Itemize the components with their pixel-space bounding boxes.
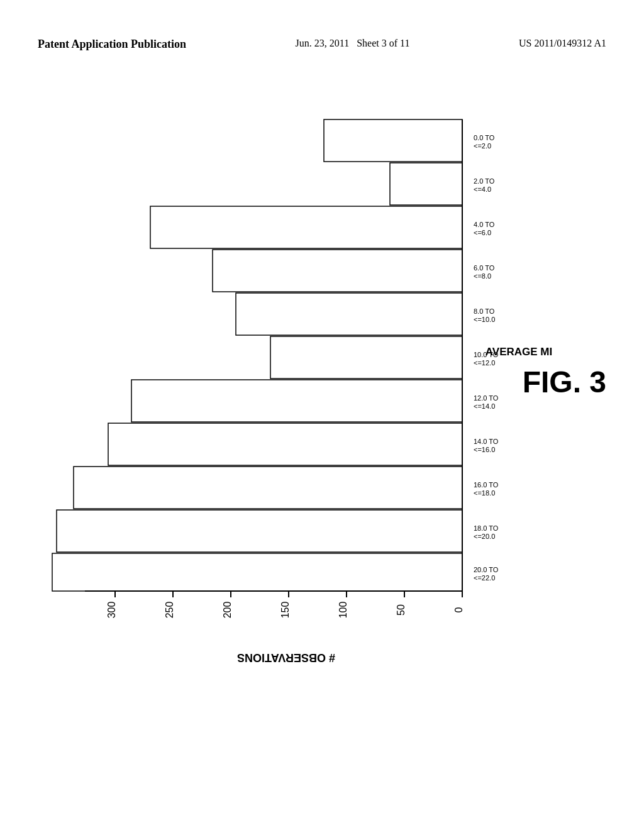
publication-title: Patent Application Publication [38,38,186,51]
y-label-6b: <=14.0 [474,402,495,410]
bar-6 [131,380,462,422]
y-label-4: 8.0 TO [474,307,495,315]
page-header: Patent Application Publication Jun. 23, … [0,38,644,51]
bar-1 [390,163,462,205]
svg-text:150: 150 [280,602,291,619]
y-label-9: 18.0 TO [474,524,499,532]
y-label-6: 12.0 TO [474,394,499,402]
bar-7 [108,423,462,465]
y-label-10: 20.0 TO [474,566,499,573]
y-label-1: 2.0 TO [474,177,495,185]
pub-date: Jun. 23, 2011 [296,38,350,48]
svg-text:50: 50 [396,604,406,616]
bar-2 [150,206,462,248]
bar-5 [270,336,462,379]
publication-number: US 2011/0149312 A1 [519,38,606,49]
svg-text:250: 250 [164,602,175,619]
y-label-10b: <=22.0 [474,574,495,582]
y-label-2b: <=6.0 [474,229,491,236]
bar-9 [57,510,462,552]
svg-text:0: 0 [453,607,464,612]
y-label-2: 4.0 TO [474,221,495,228]
bar-0 [324,119,462,162]
bar-3 [213,250,462,292]
y-label-5: 10.0 TO [474,351,499,358]
bar-10 [52,553,462,591]
histogram-chart: 0 50 100 150 200 250 300 # OBSERVATIONS … [35,107,582,704]
y-label-3b: <=8.0 [474,272,491,280]
y-label-9b: <=20.0 [474,533,495,540]
y-label-8b: <=18.0 [474,489,495,497]
y-label-0b: <=2.0 [474,142,491,150]
pub-sheet: Sheet 3 of 11 [357,38,409,48]
svg-text:300: 300 [106,602,117,619]
svg-text:200: 200 [222,602,233,619]
y-label-0: 0.0 TO [474,134,495,141]
publication-date-sheet: Jun. 23, 2011 Sheet 3 of 11 [296,38,410,49]
y-label-3: 6.0 TO [474,264,495,272]
bar-8 [74,467,462,509]
y-label-4b: <=10.0 [474,316,495,323]
svg-text:100: 100 [338,602,348,619]
y-label-1b: <=4.0 [474,185,491,193]
y-label-8: 16.0 TO [474,481,499,489]
bar-4 [236,293,462,335]
y-label-7b: <=16.0 [474,446,495,453]
y-label-5b: <=12.0 [474,359,495,367]
x-axis-title: # OBSERVATIONS [237,651,335,664]
y-label-7: 14.0 TO [474,438,499,445]
